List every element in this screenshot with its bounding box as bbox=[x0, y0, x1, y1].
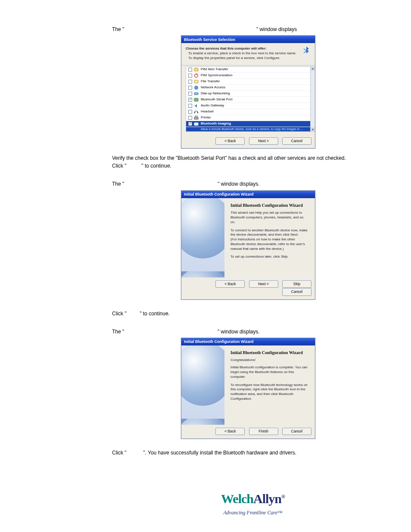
svg-rect-8 bbox=[194, 117, 198, 119]
service-item-audio-gateway[interactable]: Audio Gateway bbox=[186, 103, 310, 109]
service-icon bbox=[194, 85, 199, 90]
service-label: Dial-up Networking bbox=[201, 91, 230, 96]
wizard-text: Congratulations! bbox=[230, 358, 309, 363]
service-item-file-transfer[interactable]: File Transfer bbox=[186, 78, 310, 84]
wizard-side-graphic bbox=[181, 198, 224, 271]
scroll-up-icon[interactable]: ▲ bbox=[311, 66, 315, 71]
window-title: Bluetooth Service Selection bbox=[184, 37, 235, 42]
svg-rect-4 bbox=[194, 93, 198, 95]
service-label: Bluetooth Serial Port bbox=[201, 97, 232, 102]
text: Click " bbox=[112, 311, 127, 317]
text: The " bbox=[112, 181, 124, 187]
checkbox[interactable] bbox=[188, 110, 192, 114]
checkbox[interactable] bbox=[188, 86, 192, 90]
service-icon bbox=[194, 67, 199, 72]
service-item-description: Allow a remote Bluetooth device, such as… bbox=[186, 127, 310, 131]
checkbox[interactable] bbox=[188, 68, 192, 72]
svg-point-1 bbox=[195, 74, 198, 77]
service-item-bluetooth-serial[interactable]: ✓Bluetooth Serial Port bbox=[186, 96, 310, 103]
service-icon bbox=[194, 109, 199, 114]
service-icon bbox=[194, 103, 199, 108]
svg-rect-9 bbox=[195, 116, 197, 117]
header-line: Choose the services that this computer w… bbox=[186, 47, 311, 51]
body-text: Click " " to continue. bbox=[112, 162, 394, 169]
bluetooth-service-selection-dialog: Bluetooth Service Selection Choose the s… bbox=[181, 35, 315, 149]
body-text: The " " window displays bbox=[112, 26, 394, 33]
svg-point-11 bbox=[196, 123, 197, 125]
service-label: Printer bbox=[201, 115, 211, 120]
header-line: To enable a service, place a check in th… bbox=[188, 51, 311, 56]
skip-button[interactable]: Skip bbox=[282, 280, 311, 288]
scrollbar[interactable]: ▲ ▼ bbox=[311, 66, 315, 132]
service-label: Headset bbox=[201, 109, 214, 114]
svg-rect-0 bbox=[194, 68, 198, 71]
wizard-text: This wizard can help you set up connecti… bbox=[230, 211, 309, 224]
titlebar[interactable]: Initial Bluetooth Configuration Wizard bbox=[181, 191, 315, 198]
service-label: PIM Synchronization bbox=[201, 73, 232, 78]
next-button[interactable]: Next > bbox=[249, 137, 278, 145]
wizard-text: To set up connections later, click Skip. bbox=[230, 255, 309, 259]
service-item-dialup[interactable]: Dial-up Networking bbox=[186, 90, 310, 96]
text: Click " bbox=[112, 163, 127, 169]
button-row: < Back Next > Skip Cancel bbox=[181, 277, 315, 299]
next-button[interactable]: Next > bbox=[249, 280, 278, 288]
svg-rect-7 bbox=[197, 112, 198, 113]
body-text: The " " window displays. bbox=[112, 180, 394, 187]
scroll-down-icon[interactable]: ▼ bbox=[311, 128, 315, 132]
back-button[interactable]: < Back bbox=[215, 280, 245, 288]
service-item-bluetooth-imaging[interactable]: ✓Bluetooth Imaging bbox=[186, 121, 310, 127]
cancel-button[interactable]: Cancel bbox=[282, 428, 311, 435]
checkbox[interactable] bbox=[188, 104, 192, 108]
service-desc: Allow a remote Bluetooth device, such as… bbox=[201, 127, 303, 131]
svg-point-3 bbox=[195, 86, 198, 89]
service-label: File Transfer bbox=[201, 79, 220, 84]
text: " to continue. bbox=[140, 311, 170, 317]
body-text: Verify the check box for the "Bluetooth … bbox=[112, 155, 394, 162]
window-title: Initial Bluetooth Configuration Wizard bbox=[184, 339, 253, 344]
wizard-text: To connect to another Bluetooth device n… bbox=[230, 228, 309, 238]
wizard-text: Initial Bluetooth configuration is compl… bbox=[230, 365, 309, 379]
titlebar[interactable]: Initial Bluetooth Configuration Wizard bbox=[181, 338, 315, 345]
service-label: Audio Gateway bbox=[201, 103, 224, 108]
finish-button[interactable]: Finish bbox=[249, 428, 278, 435]
registered-icon: ® bbox=[281, 494, 285, 500]
wizard-heading: Initial Bluetooth Configuration Wizard bbox=[230, 202, 309, 208]
svg-rect-2 bbox=[194, 80, 198, 83]
text: " window displays. bbox=[218, 329, 260, 335]
text: The " bbox=[112, 329, 124, 335]
text: ". You have successfully install the Blu… bbox=[143, 450, 296, 456]
service-item-pim-transfer[interactable]: PIM Item Transfer bbox=[186, 67, 310, 72]
checkbox[interactable] bbox=[188, 74, 192, 78]
service-item-printer[interactable]: Printer bbox=[186, 115, 310, 121]
service-icon bbox=[194, 73, 199, 78]
checkbox[interactable] bbox=[188, 92, 192, 96]
checkbox[interactable] bbox=[188, 116, 192, 120]
wizard-text: (For instructions on how to make the oth… bbox=[230, 237, 309, 251]
wizard-side-graphic bbox=[181, 345, 224, 419]
wizard-content: Initial Bluetooth Configuration Wizard T… bbox=[224, 198, 315, 271]
service-item-network-access[interactable]: Network Access bbox=[186, 84, 310, 90]
service-item-headset[interactable]: Headset bbox=[186, 109, 310, 115]
logo-part2: Allyn bbox=[253, 492, 281, 506]
service-icon bbox=[194, 115, 199, 120]
cancel-button[interactable]: Cancel bbox=[282, 288, 311, 296]
service-icon bbox=[194, 121, 199, 126]
button-row: < Back Finish Cancel bbox=[181, 425, 315, 439]
service-item-pim-sync[interactable]: PIM Synchronization bbox=[186, 72, 310, 78]
service-label: PIM Item Transfer bbox=[201, 67, 228, 72]
checkbox-checked[interactable]: ✓ bbox=[188, 122, 192, 126]
cancel-button[interactable]: Cancel bbox=[282, 137, 311, 145]
back-button[interactable]: < Back bbox=[215, 428, 245, 435]
text: " to continue. bbox=[141, 163, 171, 169]
titlebar[interactable]: Bluetooth Service Selection bbox=[181, 36, 315, 43]
wizard-content: Initial Bluetooth Configuration Wizard C… bbox=[224, 345, 315, 419]
checkbox-checked[interactable]: ✓ bbox=[188, 98, 192, 102]
document-page: The " " window displays Bluetooth Servic… bbox=[0, 0, 411, 532]
service-icon bbox=[194, 79, 199, 84]
service-icon bbox=[194, 97, 199, 102]
service-label: Network Access bbox=[201, 85, 225, 90]
checkbox[interactable] bbox=[188, 80, 192, 84]
back-button[interactable]: < Back bbox=[215, 137, 245, 145]
text: " window displays. bbox=[218, 181, 260, 187]
service-list: PIM Item Transfer PIM Synchronization Fi… bbox=[181, 66, 315, 132]
